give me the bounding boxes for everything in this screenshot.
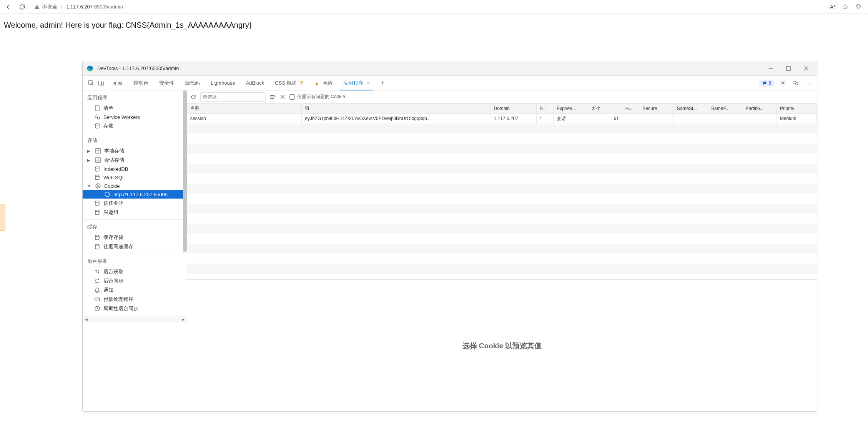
sidebar-item-label: 本地存储 xyxy=(104,147,124,154)
tab-cssoverview[interactable]: CSS 概述 ⚗ xyxy=(269,76,309,90)
minimize-icon xyxy=(768,65,774,72)
tab-lighthouse[interactable]: Lighthouse xyxy=(205,76,241,90)
device-toggle-icon[interactable] xyxy=(98,80,104,86)
close-button[interactable] xyxy=(799,63,813,74)
table-row[interactable] xyxy=(187,124,817,134)
sidebar-item-websql[interactable]: Web SQL xyxy=(83,173,187,182)
close-tab-icon[interactable]: × xyxy=(367,80,370,86)
section-title-storage: 存储 xyxy=(83,135,187,146)
svg-rect-1 xyxy=(37,8,37,8)
tab-application[interactable]: 应用程序× xyxy=(338,76,376,90)
sidebar-item-serviceworkers[interactable]: Service Workers xyxy=(83,113,187,121)
col-secure[interactable]: Secure xyxy=(639,104,673,114)
sidebar-item-cachestorage[interactable]: 缓存存储 xyxy=(83,233,187,242)
sidebar-item-cookie-origin[interactable]: http://1.117.6.207:65005 xyxy=(83,190,187,199)
favorite-icon[interactable] xyxy=(842,3,849,10)
sidebar-item-localstorage[interactable]: ▶本地存储 xyxy=(83,146,187,155)
only-issues-checkbox-input[interactable] xyxy=(289,94,295,100)
col-partition[interactable]: Partitio... xyxy=(742,104,777,114)
url-path: :65005/admin xyxy=(93,4,123,10)
sidebar-item-periodicsync[interactable]: 周期性后台同步 xyxy=(83,304,187,313)
col-expires[interactable]: Expires... xyxy=(554,104,588,114)
tab-label: 应用程序 xyxy=(343,80,363,87)
url-host: 1.117.6.207 xyxy=(66,4,93,10)
col-httponly[interactable]: H... xyxy=(622,104,639,114)
add-tab-button[interactable]: ＋ xyxy=(376,79,389,87)
col-sameparty[interactable]: SameP... xyxy=(708,104,742,114)
refresh-cookies-button[interactable] xyxy=(190,94,196,100)
sidebar-horizontal-scrollbar[interactable]: ◄ ► xyxy=(83,316,187,322)
svg-point-24 xyxy=(95,235,99,237)
back-button[interactable] xyxy=(3,2,14,12)
svg-point-25 xyxy=(95,244,99,246)
card-icon xyxy=(94,296,100,302)
table-empty-rows[interactable] xyxy=(187,134,817,280)
clear-button[interactable] xyxy=(279,94,286,100)
cell-path: / xyxy=(536,114,554,124)
refresh-icon xyxy=(190,94,196,100)
feedback-icon[interactable] xyxy=(792,80,799,87)
sidebar-item-sessionstorage[interactable]: ▶会话存储 xyxy=(83,155,187,165)
address-bar[interactable]: 不安全 | 1.117.6.207:65005/admin xyxy=(31,3,827,10)
settings-icon[interactable] xyxy=(780,80,787,87)
col-name[interactable]: 名称 xyxy=(187,104,302,114)
only-issues-checkbox[interactable]: 仅显示有问题的 Cookie xyxy=(289,94,345,100)
sidebar-item-trusttokens[interactable]: 信任令牌 xyxy=(83,199,187,208)
col-value[interactable]: 值 xyxy=(302,104,491,114)
sidebar-item-notifications[interactable]: 通知 xyxy=(83,286,187,295)
section-application: 应用程序 清单 Service Workers 存储 xyxy=(83,90,187,133)
clear-all-button[interactable] xyxy=(269,94,276,100)
minimize-button[interactable] xyxy=(764,63,778,74)
sidebar-item-paymenthandler[interactable]: 付款处理程序 xyxy=(83,295,187,304)
devtools-titlebar[interactable]: DevTools - 1.117.6.207:65005/admin xyxy=(83,61,817,76)
sidebar-vertical-scrollbar[interactable] xyxy=(183,90,187,411)
grid-icon xyxy=(95,148,101,154)
collapse-icon[interactable]: ▼ xyxy=(87,184,91,188)
tab-adblock[interactable]: AdBlock xyxy=(241,76,270,90)
sidebar-item-bfcache[interactable]: 往返高速缓存 xyxy=(83,242,187,251)
col-domain[interactable]: Domain xyxy=(491,104,536,114)
scrollbar-thumb[interactable] xyxy=(183,90,187,252)
tab-elements[interactable]: 元素 xyxy=(107,76,128,90)
tab-security[interactable]: 安全性 xyxy=(154,76,180,90)
col-path[interactable]: P... xyxy=(536,104,554,114)
sidebar-item-storage[interactable]: 存储 xyxy=(83,121,187,130)
side-handle[interactable] xyxy=(0,204,5,231)
expand-icon[interactable]: ▶ xyxy=(87,158,91,162)
sidebar-item-indexeddb[interactable]: IndexedDB xyxy=(83,165,187,173)
issues-pill[interactable]: 8 xyxy=(759,80,774,87)
sidebar-item-cookie[interactable]: ▼Cookie xyxy=(83,182,187,190)
scroll-left-icon[interactable]: ◄ xyxy=(84,317,88,322)
sidebar-item-interestgroups[interactable]: 兴趣组 xyxy=(83,208,187,217)
expand-icon[interactable]: ▶ xyxy=(87,149,91,153)
maximize-button[interactable] xyxy=(782,63,795,74)
extensions-icon[interactable] xyxy=(855,3,862,10)
svg-point-20 xyxy=(97,187,98,187)
sidebar-item-manifest[interactable]: 清单 xyxy=(83,104,187,113)
cookies-table: 名称 值 Domain P... Expires... 大小 H... Secu… xyxy=(187,104,817,280)
filter-input[interactable] xyxy=(200,92,266,102)
tab-sources[interactable]: 源代码 xyxy=(180,76,205,90)
table-row[interactable]: session eyJhZG1pbiI6dHJ1ZX0.YvOXew.V0PDv… xyxy=(187,114,817,124)
sidebar-item-label: 付款处理程序 xyxy=(103,296,133,303)
refresh-button[interactable] xyxy=(17,2,28,12)
svg-point-12 xyxy=(95,124,99,125)
col-priority[interactable]: Priority xyxy=(777,104,816,114)
text-size-button[interactable]: A⁴ xyxy=(830,4,836,10)
database-icon xyxy=(94,244,100,250)
sidebar-item-bgfetch[interactable]: 后台获取 xyxy=(83,267,187,276)
sidebar-item-label: http://1.117.6.207:65005 xyxy=(113,192,168,197)
col-size[interactable]: 大小 xyxy=(588,104,622,114)
tab-console[interactable]: 控制台 xyxy=(128,76,154,90)
inspect-icon[interactable] xyxy=(88,80,94,86)
sidebar-item-bgsync[interactable]: 后台同步 xyxy=(83,276,187,286)
section-cache: 缓存 缓存存储 往返高速缓存 xyxy=(83,220,187,254)
svg-rect-0 xyxy=(37,6,37,8)
more-menu-icon[interactable]: ··· xyxy=(804,80,811,86)
col-samesite[interactable]: SameSi... xyxy=(673,104,708,114)
insecure-indicator[interactable]: 不安全 xyxy=(34,3,57,10)
database-icon xyxy=(94,166,100,172)
tab-label: 控制台 xyxy=(133,80,148,87)
tab-network[interactable]: ▲网络 xyxy=(309,76,338,90)
sidebar-item-label: 后台获取 xyxy=(103,268,123,275)
